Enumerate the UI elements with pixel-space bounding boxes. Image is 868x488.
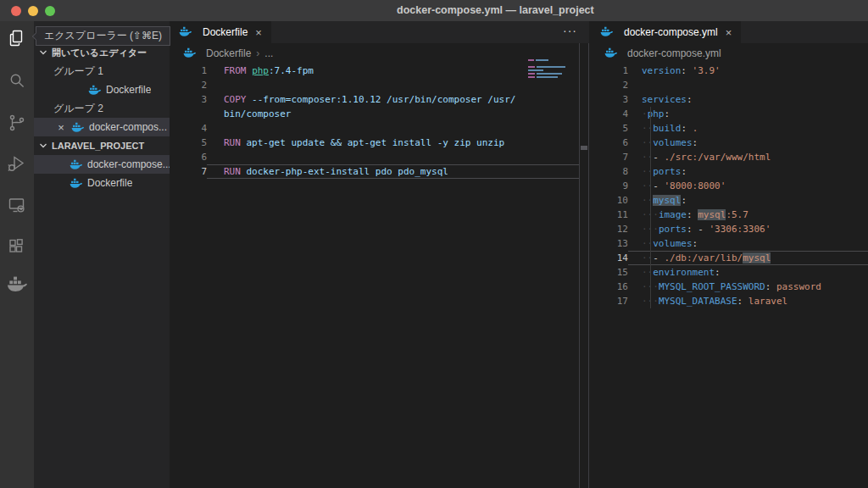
line-number[interactable]: 12	[591, 222, 628, 236]
code-line-text: ···image: mysql:5.7	[628, 208, 868, 222]
line-number[interactable]: 10	[591, 193, 628, 208]
file-item[interactable]: Dockerfile	[34, 174, 170, 192]
close-tab-icon[interactable]: ×	[255, 26, 262, 39]
editor-pane-docker-compose: docker-compose.yml × docker-compose.yml …	[591, 21, 868, 488]
chevron-down-icon	[39, 141, 47, 150]
more-actions-icon[interactable]: ···	[563, 24, 577, 37]
code-line[interactable]: 5RUN apt-get update && apt-get install -…	[170, 136, 579, 150]
line-number[interactable]: 5	[591, 121, 628, 136]
source-control-icon[interactable]	[7, 113, 27, 133]
open-editors-section-header[interactable]: 開いているエディター	[34, 43, 170, 62]
code-line[interactable]: 1version: '3.9'	[591, 64, 868, 78]
docker-file-icon	[71, 122, 84, 132]
code-line-text: ··ports:	[628, 164, 868, 179]
docker-file-icon	[70, 178, 82, 188]
code-line[interactable]: 12···ports: - '3306:3306'	[591, 222, 868, 236]
line-number[interactable]: 1	[170, 64, 207, 78]
code-line[interactable]: 4·php:	[591, 107, 868, 121]
code-line[interactable]: 3COPY --from=composer:1.10.12 /usr/bin/c…	[170, 92, 579, 107]
code-line[interactable]: 6	[170, 150, 579, 164]
file-label: docker-compose...	[87, 158, 170, 170]
close-window-button[interactable]	[11, 6, 21, 16]
code-line-text: ··mysql:	[628, 193, 868, 208]
editor-group-label[interactable]: グループ 1	[34, 62, 170, 80]
file-item[interactable]: Dockerfile	[34, 80, 170, 99]
project-section-header[interactable]: LARAVEL_PROJECT	[34, 136, 170, 155]
code-line[interactable]: bin/composer	[170, 107, 579, 121]
line-number[interactable]: 2	[170, 78, 207, 92]
code-line-text: bin/composer	[207, 107, 579, 121]
code-line[interactable]: 9··- '8000:8000'	[591, 179, 868, 193]
remote-explorer-icon[interactable]	[7, 195, 27, 215]
code-line-text: version: '3.9'	[628, 64, 868, 78]
line-number[interactable]: 16	[591, 280, 628, 294]
line-number[interactable]: 7	[170, 164, 207, 179]
code-line[interactable]: 7RUN docker-php-ext-install pdo pdo_mysq…	[170, 164, 579, 179]
line-number[interactable]: 13	[591, 236, 628, 251]
code-line[interactable]: 4	[170, 121, 579, 136]
run-and-debug-icon[interactable]	[7, 153, 27, 174]
docker-icon[interactable]	[7, 276, 27, 297]
line-number[interactable]	[170, 107, 207, 121]
code-editor-docker-compose[interactable]: 1version: '3.9'23services:4·php:5··build…	[591, 64, 868, 308]
code-line-text: ···ports: - '3306:3306'	[628, 222, 868, 236]
project-file-list: docker-compose...Dockerfile	[34, 155, 170, 192]
code-line[interactable]: 1FROM php:7.4-fpm	[170, 64, 579, 78]
scrollbar[interactable]	[579, 43, 589, 488]
code-line[interactable]: 3services:	[591, 92, 868, 107]
explorer-icon[interactable]	[7, 28, 27, 48]
line-number[interactable]: 3	[591, 92, 628, 107]
code-line[interactable]: 11···image: mysql:5.7	[591, 208, 868, 222]
line-number[interactable]: 6	[591, 136, 628, 150]
search-icon[interactable]	[7, 70, 27, 91]
zoom-window-button[interactable]	[45, 6, 55, 16]
editor-group-label[interactable]: グループ 2	[34, 99, 170, 118]
line-number[interactable]: 14	[591, 251, 628, 265]
minimap[interactable]	[528, 59, 567, 80]
file-item[interactable]: ×docker-compos...	[34, 118, 170, 136]
code-line[interactable]: 8··ports:	[591, 164, 868, 179]
close-tab-icon[interactable]: ×	[726, 26, 732, 39]
line-number[interactable]: 15	[591, 265, 628, 280]
line-number[interactable]: 7	[591, 150, 628, 164]
explorer-tooltip: エクスプローラー (⇧⌘E)	[36, 26, 170, 46]
code-line[interactable]: 5··build: .	[591, 121, 868, 136]
code-line[interactable]: 15··environment:	[591, 265, 868, 280]
breadcrumb[interactable]: docker-compose.yml	[591, 43, 868, 64]
code-line[interactable]: 17···MYSQL_DATABASE: laravel	[591, 294, 868, 308]
tab-docker-compose[interactable]: docker-compose.yml ×	[591, 21, 741, 43]
line-number[interactable]: 4	[170, 121, 207, 136]
close-icon[interactable]: ×	[54, 121, 68, 134]
code-line-text	[207, 150, 579, 164]
minimize-window-button[interactable]	[28, 6, 38, 16]
code-line[interactable]: 16···MYSQL_ROOT_PASSWORD: password	[591, 280, 868, 294]
code-line[interactable]: 13··volumes:	[591, 236, 868, 251]
line-number[interactable]: 4	[591, 107, 628, 121]
indent-guide	[650, 107, 651, 308]
tab-dockerfile[interactable]: Dockerfile ×	[170, 21, 271, 43]
line-number[interactable]: 2	[591, 78, 628, 92]
code-line[interactable]: 2	[591, 78, 868, 92]
line-number[interactable]: 8	[591, 164, 628, 179]
line-number[interactable]: 5	[170, 136, 207, 150]
breadcrumb[interactable]: Dockerfile › ...	[170, 43, 589, 64]
code-line[interactable]: 7··- ./src:/var/www/html	[591, 150, 868, 164]
extensions-icon[interactable]	[7, 236, 27, 257]
line-number[interactable]: 6	[170, 150, 207, 164]
code-line[interactable]: 10··mysql:	[591, 193, 868, 208]
code-line[interactable]: 6··volumes:	[591, 136, 868, 150]
line-number[interactable]: 17	[591, 294, 628, 308]
line-number[interactable]: 11	[591, 208, 628, 222]
line-number[interactable]: 1	[591, 64, 628, 78]
docker-file-icon	[600, 26, 613, 36]
file-item[interactable]: docker-compose...	[34, 155, 170, 174]
line-number[interactable]: 9	[591, 179, 628, 193]
editor-pane-dockerfile: Dockerfile × ··· Dockerfile › ...	[170, 21, 589, 488]
line-number[interactable]: 3	[170, 92, 207, 107]
code-line[interactable]: 2	[170, 78, 579, 92]
titlebar: docker-compose.yml — laravel_project	[0, 0, 868, 21]
code-line-text: ·php:	[628, 107, 868, 121]
scrollbar-thumb[interactable]	[581, 146, 587, 150]
code-editor-dockerfile[interactable]: 1FROM php:7.4-fpm23COPY --from=composer:…	[170, 64, 579, 179]
code-line[interactable]: 14··- ./db:/var/lib/mysql	[591, 251, 868, 265]
